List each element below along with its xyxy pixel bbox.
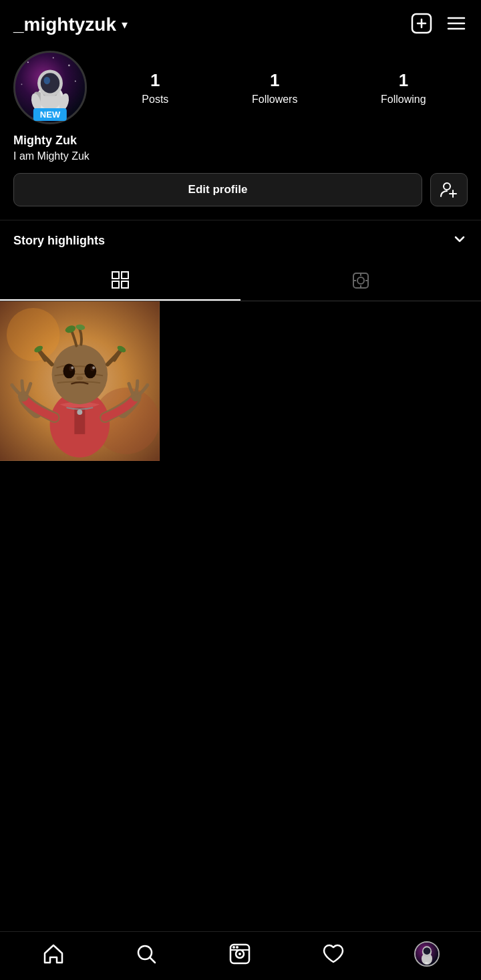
svg-point-53 (77, 410, 82, 415)
profile-bio: I am Mighty Zuk (13, 150, 468, 162)
svg-point-43 (84, 363, 96, 378)
posts-label: Posts (142, 94, 168, 106)
profile-top: MIGHTY ZUK NEW 1 Posts 1 Followers 1 Fol… (13, 51, 468, 124)
svg-point-36 (7, 308, 60, 361)
followers-label: Followers (252, 94, 297, 106)
nav-reels[interactable] (228, 942, 252, 966)
svg-point-10 (21, 84, 23, 85)
header-left: _mightyzuk ▾ (13, 14, 128, 35)
svg-point-17 (44, 77, 50, 84)
posts-count: 1 (150, 70, 160, 91)
svg-rect-25 (112, 272, 119, 279)
following-label: Following (381, 94, 426, 106)
svg-point-8 (68, 64, 70, 66)
posts-stat[interactable]: 1 Posts (142, 70, 168, 106)
svg-rect-28 (122, 281, 128, 288)
svg-point-67 (424, 947, 431, 955)
svg-point-60 (238, 953, 241, 955)
posts-grid (0, 301, 481, 461)
tab-grid[interactable] (0, 261, 240, 301)
svg-point-16 (41, 73, 59, 93)
followers-stat[interactable]: 1 Followers (252, 70, 297, 106)
svg-point-62 (232, 946, 235, 949)
svg-point-22 (444, 183, 450, 190)
add-post-icon[interactable] (410, 12, 433, 37)
profile-section: MIGHTY ZUK NEW 1 Posts 1 Followers 1 Fol… (0, 44, 481, 206)
story-highlights-label: Story highlights (13, 234, 105, 248)
svg-point-47 (92, 366, 95, 369)
profile-name: Mighty Zuk (13, 134, 468, 148)
bottom-nav: MZ (0, 931, 481, 980)
following-count: 1 (399, 70, 408, 91)
nav-home[interactable] (41, 942, 65, 966)
svg-point-7 (27, 61, 29, 63)
story-highlights-chevron-icon[interactable] (452, 231, 468, 250)
svg-point-9 (53, 57, 54, 59)
following-stat[interactable]: 1 Following (381, 70, 426, 106)
header: _mightyzuk ▾ (0, 0, 481, 44)
nav-profile[interactable]: MZ (414, 941, 440, 967)
hamburger-menu-icon[interactable] (445, 12, 468, 37)
svg-point-42 (63, 363, 75, 378)
tabs-row (0, 261, 481, 301)
add-friend-button[interactable] (430, 173, 468, 206)
svg-rect-27 (112, 281, 119, 288)
svg-point-63 (236, 946, 238, 949)
svg-line-57 (150, 957, 155, 963)
nav-search[interactable] (134, 942, 158, 966)
svg-rect-26 (122, 272, 128, 279)
header-right (410, 12, 468, 37)
story-highlights-row[interactable]: Story highlights (0, 220, 481, 261)
svg-point-11 (75, 81, 76, 82)
followers-count: 1 (270, 70, 279, 91)
button-row: Edit profile (13, 173, 468, 206)
username[interactable]: _mightyzuk (13, 14, 116, 35)
svg-point-46 (71, 366, 73, 369)
svg-point-30 (357, 277, 364, 284)
tab-tagged[interactable] (240, 261, 481, 301)
post-cell[interactable] (0, 301, 160, 461)
nav-likes[interactable] (321, 942, 345, 966)
svg-text:MZ: MZ (426, 962, 430, 965)
new-badge: NEW (33, 108, 67, 121)
chevron-down-icon[interactable]: ▾ (122, 17, 128, 32)
stats-container: 1 Posts 1 Followers 1 Following (100, 70, 468, 106)
nav-profile-avatar: MZ (414, 941, 440, 967)
svg-point-48 (76, 376, 83, 380)
avatar-container[interactable]: MIGHTY ZUK NEW (13, 51, 87, 124)
edit-profile-button[interactable]: Edit profile (13, 173, 422, 206)
